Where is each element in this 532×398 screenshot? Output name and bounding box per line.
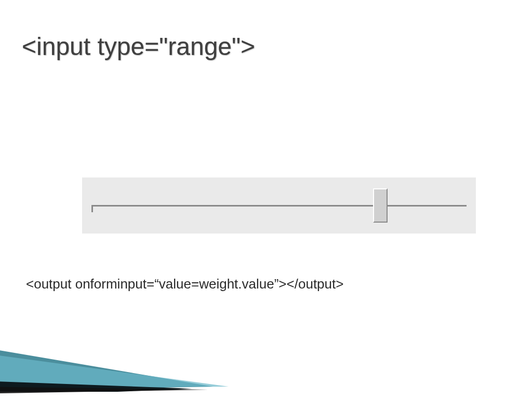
slider-track-start-tick bbox=[91, 205, 93, 212]
svg-marker-4 bbox=[0, 387, 208, 394]
svg-marker-0 bbox=[0, 345, 213, 392]
svg-marker-1 bbox=[0, 351, 229, 389]
slider-thumb[interactable] bbox=[373, 188, 388, 223]
slide-corner-decoration bbox=[0, 331, 239, 398]
output-code-example: <output onforminput=“value=weight.value”… bbox=[26, 276, 343, 292]
slide-title: <input type="range"> bbox=[22, 32, 255, 61]
slider-track bbox=[91, 204, 467, 207]
slider-track-line bbox=[91, 205, 467, 207]
slide: <input type="range"> <output onforminput… bbox=[0, 0, 532, 398]
range-slider-illustration bbox=[82, 177, 476, 234]
svg-marker-2 bbox=[0, 380, 192, 398]
svg-marker-3 bbox=[0, 392, 239, 398]
